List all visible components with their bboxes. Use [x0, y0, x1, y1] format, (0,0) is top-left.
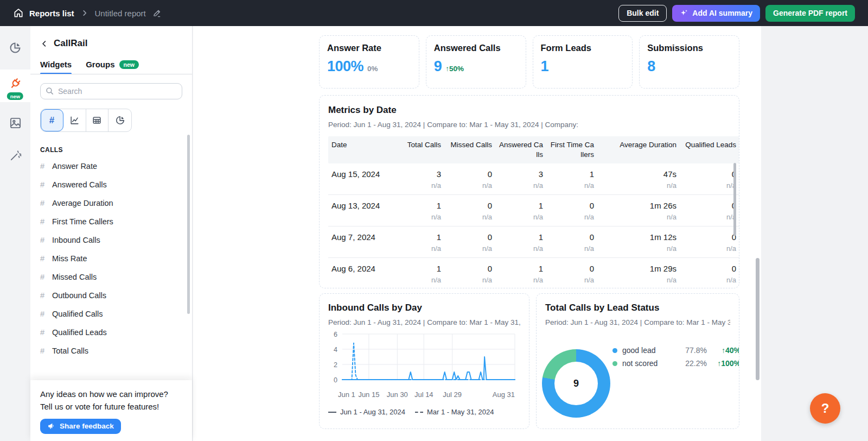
widget-item-missed-calls[interactable]: #Missed Calls	[30, 268, 192, 286]
widget-item-answered-calls[interactable]: #Answered Calls	[30, 175, 192, 194]
row-value: 1n/a	[495, 264, 546, 284]
number-icon: #	[49, 115, 54, 126]
widget-item-inbound-calls[interactable]: #Inbound Calls	[30, 231, 192, 249]
svg-text:2: 2	[334, 361, 337, 369]
rail-media-button[interactable]	[0, 109, 30, 137]
legend-delta: ↑100%	[707, 359, 739, 368]
kpi-value: 100%	[327, 58, 363, 75]
row-value: 0n/a	[680, 264, 739, 284]
column-header-answered-calls: Answered Calls	[495, 140, 546, 160]
donut-legend-row-good-lead: good lead 77.8% ↑40%	[612, 344, 739, 357]
widget-item-miss-rate[interactable]: #Miss Rate	[30, 249, 192, 268]
row-value: 1n/a	[397, 232, 444, 253]
rail-magic-tools-button[interactable]	[0, 141, 30, 169]
column-header-first-time-callers: First Time Callers	[546, 140, 597, 160]
tab-groups[interactable]: Groups new	[86, 60, 139, 74]
donut-legend: good lead 77.8% ↑40% not scored 22.2% ↑1…	[612, 344, 739, 370]
column-header-qualified-leads: Qualified Leads	[680, 140, 739, 150]
back-button[interactable]	[40, 40, 48, 48]
inbound-line-chart: 0246Jun 1Jun 15Jun 30Jul 14Jul 29Aug 31	[328, 331, 519, 402]
add-ai-summary-button[interactable]: Add AI summary	[672, 5, 760, 22]
legend-solid-line-icon	[328, 412, 336, 413]
svg-text:Aug 31: Aug 31	[493, 390, 515, 399]
widget-list: #Answer Rate#Answered Calls#Average Dura…	[30, 154, 192, 360]
row-value: 1n/a	[546, 169, 597, 190]
widget-item-label: Answer Rate	[52, 162, 97, 171]
kpi-card-form-leads[interactable]: Form Leads 1	[533, 35, 633, 89]
kpi-card-answer-rate[interactable]: Answer Rate 100% 0%	[319, 35, 419, 89]
kpi-title: Answered Calls	[434, 43, 518, 53]
table-icon	[92, 115, 102, 125]
kpi-card-answered-calls[interactable]: Answered Calls 9 ↑50%	[426, 35, 526, 89]
kpi-row: Answer Rate 100% 0%Answered Calls 9 ↑50%…	[319, 35, 739, 89]
widget-item-qualified-leads[interactable]: #Qualified Leads	[30, 323, 192, 342]
help-button[interactable]: ?	[810, 393, 840, 424]
panel-scrollbar[interactable]	[187, 135, 190, 314]
legend-delta: ↑40%	[707, 346, 739, 355]
widget-item-answer-rate[interactable]: #Answer Rate	[30, 157, 192, 175]
row-value: 1m 29sn/a	[597, 264, 680, 284]
kpi-title: Form Leads	[541, 43, 625, 53]
inbound-chart-title: Inbound Calls by Day	[328, 303, 520, 313]
widget-item-qualified-calls[interactable]: #Qualified Calls	[30, 305, 192, 323]
rail-widgets-charts-button[interactable]	[0, 34, 30, 62]
page-scrollbar[interactable]	[756, 258, 760, 380]
kpi-delta: ↑50%	[445, 65, 464, 73]
widget-item-label: Missed Calls	[52, 273, 97, 281]
number-widget-icon: #	[40, 291, 47, 300]
kpi-value: 1	[541, 58, 549, 75]
number-widget-icon: #	[40, 273, 47, 281]
widget-item-first-time-callers[interactable]: #First Time Callers	[30, 212, 192, 231]
widget-item-label: Total Calls	[52, 346, 88, 355]
generate-pdf-button[interactable]: Generate PDF report	[765, 5, 855, 22]
pie-chart-icon	[115, 115, 125, 125]
metrics-by-date-widget[interactable]: Metrics by Date Period: Jun 1 - Aug 31, …	[319, 95, 739, 288]
icon-rail: new	[0, 26, 30, 441]
feedback-box: Any ideas on how we can improve? Tell us…	[30, 380, 192, 441]
bulk-edit-button[interactable]: Bulk edit	[618, 5, 667, 22]
lead-status-widget[interactable]: Total Calls by Lead Status Period: Jun 1…	[536, 293, 739, 429]
metrics-table: DateTotal CallsMissed CallsAnswered Call…	[328, 136, 739, 288]
svg-text:Jun 1: Jun 1	[338, 390, 355, 399]
number-widget-icon: #	[40, 162, 47, 171]
widget-item-average-duration[interactable]: #Average Duration	[30, 194, 192, 212]
row-date: Aug 6, 2024	[328, 264, 397, 284]
filter-table-widgets-button[interactable]	[86, 109, 109, 131]
magic-wand-icon	[9, 149, 22, 162]
widget-item-total-calls[interactable]: #Total Calls	[30, 342, 192, 360]
number-widget-icon: #	[40, 199, 47, 207]
widget-search-input[interactable]	[40, 83, 182, 99]
svg-text:Jul 14: Jul 14	[414, 390, 433, 399]
row-value: 0n/a	[680, 169, 739, 190]
metrics-table-body: Aug 15, 20243n/a0n/a3n/a1n/a47sn/a0n/aAu…	[328, 163, 739, 288]
row-value: 1m 26sn/a	[597, 201, 680, 221]
filter-pie-chart-widgets-button[interactable]	[108, 109, 131, 131]
filter-number-widgets-button[interactable]: #	[41, 109, 63, 131]
number-widget-icon: #	[40, 328, 47, 337]
pencil-icon	[152, 9, 162, 18]
rail-integrations-button[interactable]: new	[0, 70, 30, 102]
panel-title: CallRail	[54, 38, 87, 49]
kpi-delta: 0%	[367, 65, 378, 73]
edit-title-button[interactable]	[152, 9, 162, 18]
kpi-card-submissions[interactable]: Submissions 8	[639, 35, 739, 89]
row-date: Aug 15, 2024	[328, 169, 397, 190]
table-scrollbar[interactable]	[733, 163, 736, 236]
legend-dashed-line-icon	[415, 412, 423, 413]
groups-new-badge: new	[119, 60, 139, 69]
tab-widgets[interactable]: Widgets	[40, 60, 72, 74]
filter-line-chart-widgets-button[interactable]	[63, 109, 86, 131]
donut-chart-title: Total Calls by Lead Status	[545, 303, 730, 313]
legend-dot-icon	[612, 361, 617, 366]
row-value: 0n/a	[546, 232, 597, 253]
inbound-calls-widget[interactable]: Inbound Calls by Day Period: Jun 1 - Aug…	[319, 293, 529, 429]
legend-dot-icon	[612, 348, 617, 353]
svg-text:6: 6	[334, 331, 337, 338]
share-feedback-button[interactable]: Share feedback	[40, 419, 121, 434]
reports-list-link[interactable]: Reports list	[13, 8, 74, 18]
svg-text:Jun 30: Jun 30	[387, 390, 408, 399]
widget-item-outbound-calls[interactable]: #Outbound Calls	[30, 286, 192, 305]
line-chart-icon	[69, 115, 80, 125]
legend-percent: 22.2%	[675, 359, 707, 368]
metrics-table-title: Metrics by Date	[328, 105, 730, 116]
